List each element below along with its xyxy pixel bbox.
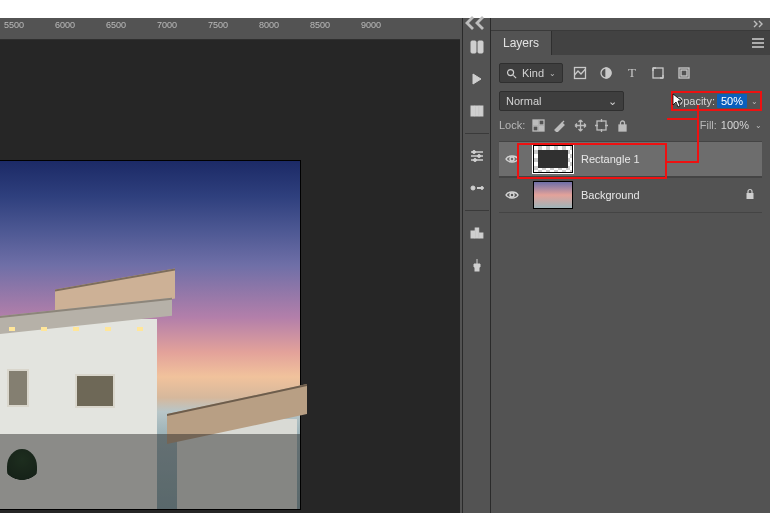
svg-rect-24: [597, 121, 606, 130]
filter-shape-icon[interactable]: [649, 64, 667, 82]
ruler-mark: 6000: [55, 20, 75, 30]
lock-pixels-icon[interactable]: [552, 119, 566, 132]
collapsed-panel-dock: [462, 18, 491, 513]
lock-icon: [744, 188, 756, 202]
layer-thumbnail[interactable]: [533, 181, 573, 209]
opacity-value[interactable]: 50%: [717, 94, 747, 108]
lock-all-icon[interactable]: [615, 119, 629, 132]
collapse-panel-icon[interactable]: [491, 18, 770, 31]
ruler-horizontal[interactable]: 5500 6000 6500 7000 7500 8000 8500 9000: [0, 18, 460, 40]
ruler-mark: 8000: [259, 20, 279, 30]
svg-point-9: [480, 187, 483, 190]
svg-point-27: [510, 193, 514, 197]
canvas-area[interactable]: [0, 40, 460, 513]
ruler-mark: 5500: [4, 20, 24, 30]
svg-rect-25: [619, 125, 626, 131]
svg-rect-10: [471, 231, 475, 238]
filter-type-icon[interactable]: T: [623, 64, 641, 82]
chevron-down-icon[interactable]: ⌄: [755, 121, 762, 130]
svg-rect-2: [471, 106, 475, 116]
svg-rect-12: [479, 233, 483, 238]
lock-position-icon[interactable]: [573, 119, 587, 132]
search-icon: [506, 68, 517, 79]
brushes-panel-icon[interactable]: [465, 221, 489, 245]
filter-pixel-icon[interactable]: [571, 64, 589, 82]
workspace: 5500 6000 6500 7000 7500 8000 8500 9000: [0, 0, 770, 513]
properties-panel-icon[interactable]: [465, 144, 489, 168]
cursor-icon: [672, 93, 684, 109]
filter-kind-label: Kind: [522, 67, 544, 79]
svg-rect-21: [539, 126, 544, 131]
svg-point-26: [510, 157, 514, 161]
filter-type-icons: T: [571, 64, 693, 82]
filter-adjustment-icon[interactable]: [597, 64, 615, 82]
svg-point-6: [477, 155, 480, 158]
svg-point-8: [471, 186, 475, 190]
tab-layers[interactable]: Layers: [491, 31, 552, 55]
clone-source-panel-icon[interactable]: [465, 253, 489, 277]
ruler-mark: 7500: [208, 20, 228, 30]
layer-item-background[interactable]: Background: [499, 177, 762, 213]
fill-value[interactable]: 100%: [721, 119, 749, 131]
layers-panel: Layers Kind ⌄ T: [491, 18, 770, 513]
layer-name[interactable]: Rectangle 1: [581, 153, 640, 165]
svg-point-14: [508, 69, 514, 75]
filter-kind-select[interactable]: Kind ⌄: [499, 63, 563, 83]
actions-panel-icon[interactable]: [465, 67, 489, 91]
svg-rect-17: [653, 68, 663, 78]
outer-margin: [0, 0, 770, 18]
svg-rect-0: [471, 41, 476, 53]
svg-point-5: [472, 151, 475, 154]
layer-visibility-toggle[interactable]: [499, 178, 525, 212]
layers-panel-body: Kind ⌄ T Normal ⌄: [491, 55, 770, 213]
expand-dock-icon[interactable]: [463, 18, 490, 31]
svg-rect-3: [475, 106, 479, 116]
svg-rect-20: [533, 120, 538, 125]
ruler-mark: 9000: [361, 20, 381, 30]
fill-label: Fill:: [700, 119, 717, 131]
svg-point-7: [473, 159, 476, 162]
svg-rect-1: [478, 41, 483, 53]
layer-visibility-toggle[interactable]: [499, 142, 525, 176]
rectangle-layer-overlay: [0, 434, 300, 509]
chevron-down-icon[interactable]: ⌄: [751, 97, 758, 106]
layer-item-rectangle-1[interactable]: Rectangle 1: [499, 141, 762, 177]
svg-rect-19: [681, 70, 687, 76]
ruler-mark: 7000: [157, 20, 177, 30]
svg-rect-23: [533, 126, 538, 131]
panel-menu-icon[interactable]: [746, 31, 770, 55]
svg-rect-4: [479, 106, 483, 116]
layers-list: Rectangle 1 Background: [499, 141, 762, 213]
blend-mode-select[interactable]: Normal ⌄: [499, 91, 624, 111]
svg-rect-11: [475, 228, 479, 238]
blend-opacity-row: Normal ⌄ Opacity: 50% ⌄: [499, 89, 762, 113]
svg-rect-13: [475, 267, 479, 271]
lock-fill-row: Lock: Fill: 100% ⌄: [499, 113, 762, 137]
chevron-down-icon: ⌄: [608, 95, 617, 108]
adjustments-panel-icon[interactable]: [465, 176, 489, 200]
ruler-mark: 8500: [310, 20, 330, 30]
ruler-mark: 6500: [106, 20, 126, 30]
lock-artboard-icon[interactable]: [594, 119, 608, 132]
lock-label: Lock:: [499, 119, 525, 131]
document-canvas[interactable]: [0, 160, 301, 510]
chevron-down-icon: ⌄: [549, 69, 556, 78]
svg-rect-22: [539, 120, 544, 125]
swatches-panel-icon[interactable]: [465, 99, 489, 123]
svg-rect-28: [747, 193, 754, 199]
layer-name[interactable]: Background: [581, 189, 640, 201]
app-root: 5500 6000 6500 7000 7500 8000 8500 9000: [0, 0, 770, 513]
history-panel-icon[interactable]: [465, 35, 489, 59]
lock-transparency-icon[interactable]: [531, 119, 545, 132]
opacity-control[interactable]: Opacity: 50% ⌄: [671, 91, 762, 111]
filter-smartobject-icon[interactable]: [675, 64, 693, 82]
layer-filter-row: Kind ⌄ T: [499, 61, 762, 85]
panel-tabbar: Layers: [491, 31, 770, 55]
layer-thumbnail[interactable]: [533, 145, 573, 173]
blend-mode-value: Normal: [506, 95, 541, 107]
fill-control[interactable]: Fill: 100% ⌄: [700, 119, 762, 131]
